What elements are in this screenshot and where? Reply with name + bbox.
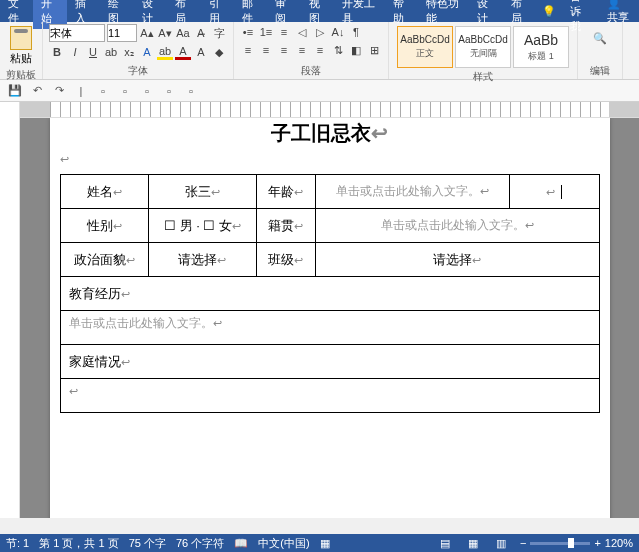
cell-family-body[interactable]: ↩ bbox=[60, 379, 599, 413]
cell-gender-label[interactable]: 性别↩ bbox=[60, 209, 149, 243]
qat-btn4[interactable]: ▫ bbox=[160, 82, 178, 100]
zoom-slider[interactable] bbox=[530, 542, 590, 545]
qat-btn3[interactable]: ▫ bbox=[138, 82, 156, 100]
change-case-button[interactable]: Aa bbox=[175, 25, 191, 41]
clipboard-group: 粘贴 剪贴板 bbox=[0, 22, 43, 79]
table-row: 政治面貌↩ 请选择↩ 班级↩ 请选择↩ bbox=[60, 243, 599, 277]
align-center-button[interactable]: ≡ bbox=[258, 42, 274, 58]
undo-button[interactable]: ↶ bbox=[28, 82, 46, 100]
status-rec-icon[interactable]: ▦ bbox=[320, 537, 330, 550]
text-effects-button[interactable]: A bbox=[139, 44, 155, 60]
document-area[interactable]: 子工旧忌衣↩ ↩ 姓名↩ 张三↩ 年龄↩ 单击或点击此处输入文字。↩ ↩ 性别↩… bbox=[20, 118, 639, 518]
borders-button[interactable]: ⊞ bbox=[366, 42, 382, 58]
status-bar: 节: 1 第 1 页，共 1 页 75 个字 76 个字符 📖 中文(中国) ▦… bbox=[0, 534, 639, 552]
menu-bar: 文件 开始 插入 绘图 设计 布局 引用 邮件 审阅 视图 开发工具 帮助 特色… bbox=[0, 0, 639, 22]
cell-age-label[interactable]: 年龄↩ bbox=[256, 175, 315, 209]
cell-origin-label[interactable]: 籍贯↩ bbox=[256, 209, 315, 243]
cell-family-label[interactable]: 家庭情况↩ bbox=[60, 345, 599, 379]
cell-politics-value[interactable]: 请选择↩ bbox=[149, 243, 256, 277]
underline-button[interactable]: U bbox=[85, 44, 101, 60]
style-heading1[interactable]: AaBb 标题 1 bbox=[513, 26, 569, 68]
font-size-input[interactable] bbox=[107, 24, 137, 42]
font-title: 字体 bbox=[49, 64, 227, 79]
style-preview: AaBbCcDd bbox=[400, 34, 449, 45]
qat-btn5[interactable]: ▫ bbox=[182, 82, 200, 100]
cell-age-value[interactable]: 单击或点击此处输入文字。↩ bbox=[315, 175, 509, 209]
style-normal[interactable]: AaBbCcDd 正文 bbox=[397, 26, 453, 68]
char-border-button[interactable]: A bbox=[193, 44, 209, 60]
grow-font-button[interactable]: A▴ bbox=[139, 25, 155, 41]
cell-politics-label[interactable]: 政治面貌↩ bbox=[60, 243, 149, 277]
cell-class-value[interactable]: 请选择↩ bbox=[315, 243, 599, 277]
font-color-button[interactable]: A bbox=[175, 44, 191, 60]
highlight-button[interactable]: ab bbox=[157, 44, 173, 60]
status-language[interactable]: 中文(中国) bbox=[258, 536, 309, 551]
paragraph-group: •≡ 1≡ ≡ ◁ ▷ A↓ ¶ ≡ ≡ ≡ ≡ ≡ ⇅ ◧ ⊞ 段落 bbox=[234, 22, 389, 79]
cell-name-label[interactable]: 姓名↩ bbox=[60, 175, 149, 209]
shading-button[interactable]: ◧ bbox=[348, 42, 364, 58]
edit-group: 🔍 编辑 bbox=[578, 22, 623, 79]
cell-class-label[interactable]: 班级↩ bbox=[256, 243, 315, 277]
bold-button[interactable]: B bbox=[49, 44, 65, 60]
save-button[interactable]: 💾 bbox=[6, 82, 24, 100]
table-row: 单击或点击此处输入文字。↩ bbox=[60, 311, 599, 345]
subscript-button[interactable]: x₂ bbox=[121, 44, 137, 60]
bullets-button[interactable]: •≡ bbox=[240, 24, 256, 40]
cell-photo[interactable]: ↩ bbox=[509, 175, 599, 209]
justify-button[interactable]: ≡ bbox=[294, 42, 310, 58]
font-name-input[interactable] bbox=[49, 24, 105, 42]
numbering-button[interactable]: 1≡ bbox=[258, 24, 274, 40]
char-shading-button[interactable]: ◆ bbox=[211, 44, 227, 60]
redo-button[interactable]: ↷ bbox=[50, 82, 68, 100]
strike-button[interactable]: ab bbox=[103, 44, 119, 60]
clipboard-icon bbox=[10, 26, 32, 50]
align-right-button[interactable]: ≡ bbox=[276, 42, 292, 58]
find-icon[interactable]: 🔍 bbox=[590, 28, 610, 48]
align-left-button[interactable]: ≡ bbox=[240, 42, 256, 58]
vertical-ruler bbox=[0, 102, 20, 518]
status-words[interactable]: 75 个字 bbox=[129, 536, 166, 551]
status-section[interactable]: 节: 1 bbox=[6, 536, 29, 551]
status-chars[interactable]: 76 个字符 bbox=[176, 536, 224, 551]
form-table: 姓名↩ 张三↩ 年龄↩ 单击或点击此处输入文字。↩ ↩ 性别↩ ☐ 男 · ☐ … bbox=[60, 174, 600, 413]
view-web-button[interactable]: ▥ bbox=[492, 534, 510, 552]
styles-group: AaBbCcDd 正文 AaBbCcDd 无间隔 AaBb 标题 1 样式 bbox=[389, 22, 578, 79]
phonetic-button[interactable]: 字 bbox=[211, 25, 227, 41]
cell-edu-label[interactable]: 教育经历↩ bbox=[60, 277, 599, 311]
cell-edu-body[interactable]: 单击或点击此处输入文字。↩ bbox=[60, 311, 599, 345]
style-nospacing[interactable]: AaBbCcDd 无间隔 bbox=[455, 26, 511, 68]
increase-indent-button[interactable]: ▷ bbox=[312, 24, 328, 40]
view-read-button[interactable]: ▤ bbox=[436, 534, 454, 552]
table-row: 姓名↩ 张三↩ 年龄↩ 单击或点击此处输入文字。↩ ↩ bbox=[60, 175, 599, 209]
bulb-icon: 💡 bbox=[536, 5, 562, 18]
zoom-level[interactable]: 120% bbox=[605, 537, 633, 549]
style-preview: AaBbCcDd bbox=[458, 34, 507, 45]
sort-button[interactable]: A↓ bbox=[330, 24, 346, 40]
zoom-out-button[interactable]: − bbox=[520, 537, 526, 549]
ribbon: 粘贴 剪贴板 A▴ A▾ Aa A̶ 字 B I U ab x₂ A ab bbox=[0, 22, 639, 80]
horizontal-ruler bbox=[20, 102, 639, 118]
show-marks-button[interactable]: ¶ bbox=[348, 24, 364, 40]
cell-origin-value[interactable]: 单击或点击此处输入文字。↩ bbox=[315, 209, 599, 243]
cell-name-value[interactable]: 张三↩ bbox=[149, 175, 256, 209]
paste-button[interactable]: 粘贴 bbox=[6, 24, 36, 68]
line-spacing-button[interactable]: ⇅ bbox=[330, 42, 346, 58]
shrink-font-button[interactable]: A▾ bbox=[157, 25, 173, 41]
multilevel-button[interactable]: ≡ bbox=[276, 24, 292, 40]
doc-title[interactable]: 子工旧忌衣↩ bbox=[60, 118, 600, 153]
zoom-in-button[interactable]: + bbox=[594, 537, 600, 549]
table-row: 性别↩ ☐ 男 · ☐ 女↩ 籍贯↩ 单击或点击此处输入文字。↩ bbox=[60, 209, 599, 243]
table-row: 教育经历↩ bbox=[60, 277, 599, 311]
style-preview: AaBb bbox=[524, 32, 558, 48]
italic-button[interactable]: I bbox=[67, 44, 83, 60]
cell-gender-value[interactable]: ☐ 男 · ☐ 女↩ bbox=[149, 209, 256, 243]
paragraph-title: 段落 bbox=[240, 64, 382, 79]
view-print-button[interactable]: ▦ bbox=[464, 534, 482, 552]
status-page[interactable]: 第 1 页，共 1 页 bbox=[39, 536, 118, 551]
decrease-indent-button[interactable]: ◁ bbox=[294, 24, 310, 40]
qat-btn1[interactable]: ▫ bbox=[94, 82, 112, 100]
clear-format-button[interactable]: A̶ bbox=[193, 25, 209, 41]
qat-btn2[interactable]: ▫ bbox=[116, 82, 134, 100]
status-spellcheck-icon[interactable]: 📖 bbox=[234, 537, 248, 550]
distribute-button[interactable]: ≡ bbox=[312, 42, 328, 58]
